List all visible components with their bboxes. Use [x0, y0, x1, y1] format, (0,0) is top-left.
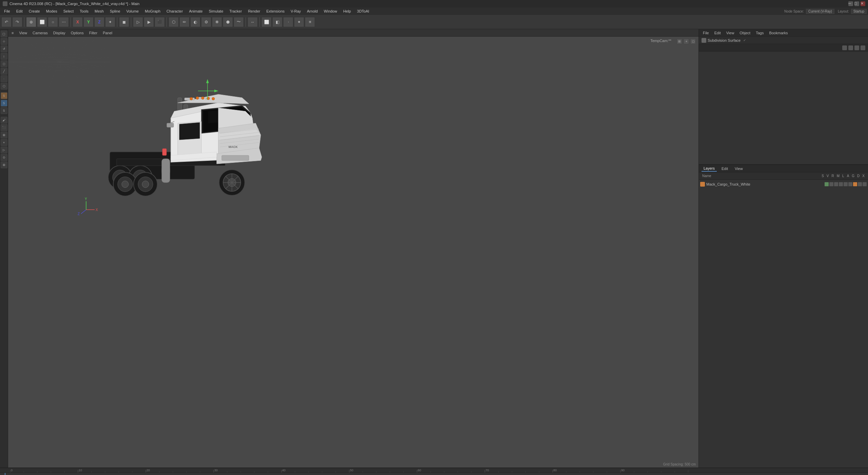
- left-tool-scale[interactable]: ↕: [1, 53, 7, 60]
- left-tool-s2[interactable]: S: [1, 100, 7, 107]
- maximize-button[interactable]: □: [854, 1, 859, 6]
- left-tool-paint[interactable]: 🖌: [1, 117, 7, 124]
- layer-icon-v[interactable]: [829, 182, 833, 186]
- layout-value[interactable]: Startup: [851, 9, 867, 14]
- left-tool-poly[interactable]: ◻: [1, 60, 7, 67]
- layers-tab-view[interactable]: View: [733, 166, 745, 171]
- toolbar-sculpt[interactable]: ◐: [190, 17, 200, 27]
- toolbar-paint[interactable]: ✏: [179, 17, 190, 27]
- toolbar-particles[interactable]: ❋: [212, 17, 222, 27]
- toolbar-z-axis[interactable]: Z: [94, 17, 104, 27]
- menu-mesh[interactable]: Mesh: [92, 8, 106, 14]
- toolbar-y-axis[interactable]: Y: [83, 17, 94, 27]
- sub-menu-display[interactable]: Display: [51, 30, 67, 36]
- layers-tab-edit[interactable]: Edit: [719, 166, 730, 171]
- menu-spline[interactable]: Spline: [107, 8, 123, 14]
- layer-icon-d[interactable]: [858, 182, 862, 186]
- menu-3dtoai[interactable]: 3DToAI: [354, 8, 372, 14]
- attr-menu-tags[interactable]: Tags: [754, 31, 765, 35]
- left-tool-obj[interactable]: ⬡: [1, 83, 7, 90]
- toolbar-polygon[interactable]: ⬢: [223, 17, 233, 27]
- toolbar-dots[interactable]: ⋯: [59, 17, 69, 27]
- close-button[interactable]: ✕: [861, 1, 865, 6]
- obj-icon-1[interactable]: [842, 45, 847, 50]
- left-tool-clone[interactable]: ⊞: [1, 132, 7, 138]
- left-tool-stamp[interactable]: ⬛: [1, 124, 7, 131]
- menu-vray[interactable]: V-Ray: [288, 8, 303, 14]
- minimize-button[interactable]: ─: [848, 1, 853, 6]
- left-tool-anim[interactable]: ▷: [1, 147, 7, 153]
- layer-icon-a[interactable]: [848, 182, 852, 186]
- layer-icon-s[interactable]: [825, 182, 829, 186]
- toolbar-rotate-circle[interactable]: ○: [48, 17, 58, 27]
- toolbar-x-axis[interactable]: X: [73, 17, 83, 27]
- menu-edit[interactable]: Edit: [14, 8, 25, 14]
- toolbar-sim[interactable]: ⚙: [201, 17, 211, 27]
- left-tool-s1[interactable]: S: [1, 92, 7, 99]
- toolbar-move[interactable]: ⊕: [26, 17, 36, 27]
- sub-menu-view[interactable]: View: [17, 30, 29, 36]
- menu-help[interactable]: Help: [340, 8, 354, 14]
- left-tool-knife[interactable]: ⌖: [1, 139, 7, 146]
- left-tool-grid[interactable]: ⊞: [1, 162, 7, 168]
- layer-icon-r[interactable]: [834, 182, 838, 186]
- left-tool-rotate[interactable]: ↺: [1, 45, 7, 52]
- toolbar-spline-tool[interactable]: 〜: [234, 17, 244, 27]
- left-tool-point[interactable]: ·: [1, 75, 7, 82]
- attr-menu-edit[interactable]: Edit: [713, 31, 722, 35]
- sub-menu-filter[interactable]: Filter: [87, 30, 99, 36]
- attr-menu-bookmarks[interactable]: Bookmarks: [768, 31, 789, 35]
- menu-file[interactable]: File: [1, 8, 13, 14]
- toolbar-light[interactable]: ☀: [305, 17, 315, 27]
- toolbar-wireframe[interactable]: ⬞: [283, 17, 293, 27]
- layer-row-truck[interactable]: Mack_Cargo_Truck_White: [699, 180, 868, 188]
- timeline-track[interactable]: [0, 473, 868, 475]
- viewport-camera-sync[interactable]: ⌖: [684, 39, 689, 44]
- sub-menu-icon[interactable]: ≡: [9, 30, 16, 36]
- menu-simulate[interactable]: Simulate: [206, 8, 226, 14]
- left-tool-s3[interactable]: S: [1, 107, 7, 114]
- sub-menu-options[interactable]: Options: [69, 30, 86, 36]
- sub-menu-cameras[interactable]: Cameras: [31, 30, 50, 36]
- window-controls[interactable]: ─ □ ✕: [848, 1, 865, 6]
- menu-mograph[interactable]: MoGraph: [142, 8, 163, 14]
- toolbar-render-picture[interactable]: ⬛: [155, 17, 165, 27]
- menu-extensions[interactable]: Extensions: [263, 8, 287, 14]
- menu-animate[interactable]: Animate: [186, 8, 205, 14]
- menu-tracker[interactable]: Tracker: [227, 8, 245, 14]
- toolbar-render-view[interactable]: ▶: [144, 17, 154, 27]
- toolbar-redo[interactable]: ↷: [12, 17, 22, 27]
- toolbar-scale-box[interactable]: ⬜: [37, 17, 47, 27]
- menu-character[interactable]: Character: [164, 8, 185, 14]
- toolbar-obj-snap[interactable]: ✦: [294, 17, 304, 27]
- left-tool-null[interactable]: ⊙: [1, 154, 7, 161]
- attr-menu-view[interactable]: View: [725, 31, 736, 35]
- viewport-frame-all[interactable]: ◻: [690, 39, 696, 44]
- toolbar-shading[interactable]: ◧: [272, 17, 282, 27]
- toolbar-display-mode[interactable]: ⬜: [261, 17, 272, 27]
- viewport-maximize[interactable]: ⊞: [677, 39, 682, 44]
- toolbar-magnet[interactable]: ↔: [248, 17, 258, 27]
- layer-icon-l[interactable]: [844, 182, 848, 186]
- menu-modes[interactable]: Modes: [43, 8, 60, 14]
- left-tool-move[interactable]: ⊹: [1, 38, 7, 45]
- obj-icon-2[interactable]: [848, 45, 853, 50]
- subdiv-check[interactable]: ✓: [743, 38, 746, 42]
- toolbar-all-axes[interactable]: ✦: [105, 17, 115, 27]
- layer-icon-g[interactable]: [853, 182, 857, 186]
- toolbar-undo[interactable]: ↶: [1, 17, 12, 27]
- menu-volume[interactable]: Volume: [124, 8, 142, 14]
- node-space-value[interactable]: Current (V-Ray): [806, 9, 834, 14]
- obj-icon-4[interactable]: [861, 45, 865, 50]
- menu-arnold[interactable]: Arnold: [304, 8, 320, 14]
- attr-menu-object[interactable]: Object: [738, 31, 752, 35]
- layer-icon-x[interactable]: [863, 182, 867, 186]
- obj-icon-3[interactable]: [854, 45, 859, 50]
- layer-icon-m[interactable]: [839, 182, 843, 186]
- sub-menu-panel[interactable]: Panel: [101, 30, 114, 36]
- viewport[interactable]: Perspective TempCam:** Grid Spacing: 500…: [8, 37, 698, 468]
- menu-window[interactable]: Window: [321, 8, 340, 14]
- left-tool-edge[interactable]: ╱: [1, 68, 7, 75]
- attr-menu-file[interactable]: File: [702, 31, 710, 35]
- toolbar-model-mode[interactable]: ◼: [119, 17, 129, 27]
